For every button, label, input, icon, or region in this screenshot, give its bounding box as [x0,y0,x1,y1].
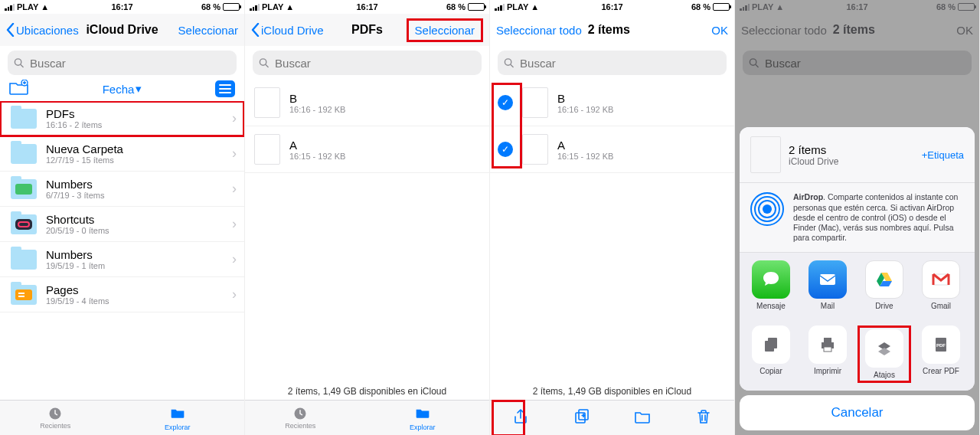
carrier: PLAY [17,2,38,11]
file-list[interactable]: B16:16 - 192 KB A16:15 - 192 KB [245,80,489,383]
battery-icon [223,3,240,11]
folder-row-nueva[interactable]: Nueva Carpeta12/7/19 - 15 ítems › [0,136,244,172]
svg-line-5 [266,65,268,67]
wifi-icon: ▲ [41,2,49,11]
nav-bar: Seleccionar todo 2 ítems OK [490,14,734,46]
screen-selection: PLAY▲ 16:17 68 % Seleccionar todo 2 ítem… [490,0,735,435]
select-button[interactable]: Seleccionar [178,24,238,37]
search-field[interactable] [253,51,482,75]
drive-icon [865,260,903,299]
delete-button[interactable] [694,407,713,429]
share-subtitle: iCloud Drive [789,156,838,167]
back-button[interactable]: iCloud Drive [251,23,324,37]
tag-button[interactable]: +Etiqueta [922,149,964,161]
chevron-right-icon: › [232,146,237,162]
selection-count: 2 ítems [588,23,630,37]
airdrop-icon [750,192,784,226]
tab-recents[interactable]: Recientes [285,406,315,430]
file-row[interactable]: A16:15 - 192 KB [245,126,489,173]
sort-button[interactable]: Fecha▾ [103,82,142,96]
share-sheet: 2 ítemsiCloud Drive +Etiqueta AirDrop. C… [740,127,975,430]
gmail-icon [922,260,960,299]
share-app-mensaje[interactable]: Mensaje [744,260,798,310]
folder-row-pdfs[interactable]: PDFs16:16 - 2 ítems › [0,101,244,136]
action-create-pdf[interactable]: PDFCrear PDF [914,325,968,383]
folder-row-numbers2[interactable]: Numbers19/5/19 - 1 ítem › [0,242,244,277]
svg-point-4 [260,59,266,65]
nav-title: PDFs [351,23,383,37]
search-input[interactable] [518,56,720,70]
select-button[interactable]: Seleccionar [407,18,483,42]
share-app-mail[interactable]: Mail [801,260,854,310]
svg-text:PDF: PDF [936,343,946,348]
folder-list[interactable]: PDFs16:16 - 2 ítems › Nueva Carpeta12/7/… [0,101,244,400]
status-bar: PLAY▲ 16:17 68 % [0,0,244,14]
tab-recents[interactable]: Recientes [40,406,70,430]
action-row[interactable]: Copiar Imprimir Atajos PDFCrear PDF [740,318,975,391]
nav-bar: Ubicaciones iCloud Drive Seleccionar [0,14,244,46]
search-field[interactable] [498,51,727,75]
folder-sub: 16:16 - 2 ítems [46,120,102,129]
file-icon [254,87,280,118]
action-copy[interactable]: Copiar [744,325,798,383]
done-button[interactable]: OK [711,24,728,37]
svg-point-13 [763,204,772,214]
tab-bar: Recientes Explorar [0,400,244,435]
print-icon [808,325,847,364]
folder-icon [11,109,37,129]
folder-icon [11,179,37,199]
file-row[interactable]: ✓A16:15 - 192 KB [490,126,734,173]
screen-icloud-drive: PLAY▲ 16:17 68 % Ubicaciones iCloud Driv… [0,0,245,435]
action-shortcuts[interactable]: Atajos [858,325,911,383]
folder-icon [11,250,37,270]
footer-status: 2 ítems, 1,49 GB disponibles en iCloud [245,383,489,400]
file-icon [750,136,781,173]
airdrop-text: AirDrop. Comparte contenidos al instante… [793,192,964,243]
highlight-box [492,83,522,168]
file-icon [522,134,548,165]
screen-pdfs: PLAY▲ 16:17 68 % iCloud Drive PDFs Selec… [245,0,490,435]
folder-row-pages[interactable]: Pages19/5/19 - 4 ítems › [0,277,244,312]
copy-icon [752,325,790,364]
folder-icon [11,214,37,234]
signal-icon [5,3,15,11]
status-bar: PLAY▲ 16:17 68 % [245,0,489,14]
folder-row-numbers[interactable]: Numbers6/7/19 - 3 ítems › [0,172,244,207]
svg-rect-17 [820,274,835,285]
share-app-drive[interactable]: Drive [858,260,911,310]
file-list[interactable]: ✓B16:16 - 192 KB ✓A16:15 - 192 KB [490,80,734,383]
search-input[interactable] [28,56,230,70]
back-button[interactable]: Ubicaciones [6,23,79,37]
search-field[interactable] [8,51,237,75]
app-row[interactable]: Mensaje Mail Drive Gmail [740,253,975,318]
folder-icon [11,285,37,305]
chevron-left-icon [6,23,15,37]
search-icon [14,57,24,68]
folder-title: PDFs [46,107,102,120]
file-row[interactable]: ✓B16:16 - 192 KB [490,80,734,126]
duplicate-button[interactable] [573,407,591,429]
select-all-button[interactable]: Seleccionar todo [496,24,582,37]
cancel-button[interactable]: Cancelar [740,395,975,430]
chevron-right-icon: › [232,110,237,126]
tab-browse[interactable]: Explorar [396,405,449,431]
messages-icon [752,260,790,299]
new-folder-button[interactable] [9,80,29,98]
airdrop-section[interactable]: AirDrop. Comparte contenidos al instante… [740,183,975,253]
action-print[interactable]: Imprimir [801,325,854,383]
move-button[interactable] [633,407,652,429]
search-input[interactable] [273,56,475,70]
list-view-button[interactable] [215,80,235,97]
svg-rect-20 [768,338,777,348]
tab-browse[interactable]: Explorar [151,405,204,431]
svg-point-0 [15,59,21,65]
share-app-gmail[interactable]: Gmail [914,260,968,310]
share-title: 2 ítems [789,143,838,156]
svg-line-1 [21,65,23,67]
folder-row-shortcuts[interactable]: Shortcuts20/5/19 - 0 ítems › [0,207,244,242]
folder-icon [168,405,187,420]
caret-down-icon: ▾ [136,82,142,96]
status-time: 16:17 [111,2,132,11]
svg-rect-22 [824,338,831,342]
file-row[interactable]: B16:16 - 192 KB [245,80,489,126]
